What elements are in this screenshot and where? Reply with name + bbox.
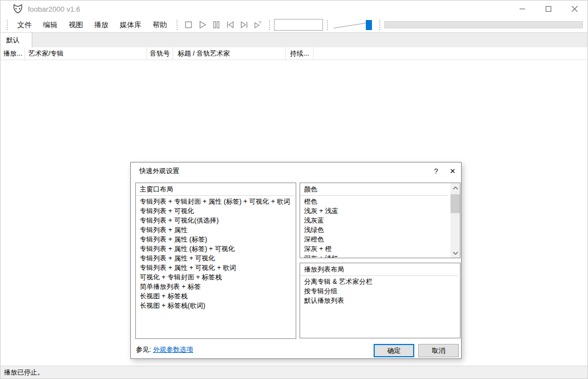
scrollbar-thumb[interactable] xyxy=(450,194,460,213)
color-list-item[interactable]: 浅灰蓝 xyxy=(304,216,449,225)
search-input[interactable] xyxy=(274,19,323,31)
dialog-title: 快速外观设置 xyxy=(139,166,179,176)
main-layout-items: 专辑列表 + 专辑封面 + 属性 (标签) + 可视化 + 歌词专辑列表 + 可… xyxy=(140,197,295,311)
dialog-help-button[interactable]: ? xyxy=(428,163,444,180)
foobar2000-logo-icon xyxy=(13,4,23,14)
toolbar-grip[interactable] xyxy=(269,20,270,30)
app-window: foobar2000 v1.6 文件 xyxy=(0,0,588,379)
colors-scrollbar[interactable] xyxy=(450,183,460,258)
main-layout-listbox[interactable]: 主窗口布局 专辑列表 + 专辑封面 + 属性 (标签) + 可视化 + 歌词专辑… xyxy=(135,183,296,339)
column-track-number[interactable]: 音轨号 xyxy=(147,47,173,60)
menu-view[interactable]: 视图 xyxy=(63,17,89,33)
menu-file[interactable]: 文件 xyxy=(12,17,37,33)
color-list-item[interactable]: 浅灰 + 浅蓝 xyxy=(304,206,449,216)
transport-buttons: ? xyxy=(182,18,265,32)
play-button[interactable] xyxy=(195,18,209,32)
color-list-item[interactable]: 浅绿色 xyxy=(304,225,449,235)
volume-slider[interactable] xyxy=(332,18,375,32)
previous-button[interactable] xyxy=(223,18,237,32)
maximize-button[interactable] xyxy=(535,1,561,17)
playlist-layout-item[interactable]: 按专辑分组 xyxy=(304,287,459,296)
dialog-close-button[interactable]: ✕ xyxy=(444,163,461,180)
pause-button[interactable] xyxy=(209,18,223,32)
pause-icon xyxy=(211,19,222,30)
volume-handle xyxy=(366,20,372,30)
see-also: 参见: 外观参数选项 xyxy=(136,345,193,355)
volume-icon xyxy=(332,18,375,32)
color-list-item[interactable]: 深灰 + 橙 xyxy=(304,244,449,254)
window-title: foobar2000 v1.6 xyxy=(28,5,80,13)
color-list-item[interactable]: 深灰 + 淡红 xyxy=(304,254,449,258)
chevron-up-icon xyxy=(453,186,458,190)
toolbar-grip[interactable] xyxy=(379,20,380,30)
layout-list-item[interactable]: 专辑列表 + 可视化(供选择) xyxy=(140,216,295,225)
column-duration[interactable]: 持续... xyxy=(286,47,313,60)
playlist-layout-header: 播放列表布局 xyxy=(300,265,458,276)
color-list-item[interactable]: 橙色 xyxy=(304,197,449,206)
layout-list-item[interactable]: 简单播放列表 + 标签 xyxy=(140,282,295,292)
colors-items: 橙色浅灰 + 浅蓝浅灰蓝浅绿色深橙色深灰 + 橙深灰 + 淡红 xyxy=(304,197,449,258)
toolbar-grip[interactable] xyxy=(177,20,178,30)
status-text: 播放已停止。 xyxy=(4,368,44,377)
layout-list-item[interactable]: 专辑列表 + 属性 (标签) + 可视化 xyxy=(140,244,295,254)
appearance-preferences-link[interactable]: 外观参数选项 xyxy=(153,346,193,353)
layout-list-item[interactable]: 可视化 + 专辑封面 + 标签栈 xyxy=(140,273,295,282)
menu-edit[interactable]: 编辑 xyxy=(37,17,63,33)
svg-text:?: ? xyxy=(258,19,261,26)
dialog-title-bar[interactable]: 快速外观设置 ? ✕ xyxy=(131,163,461,180)
column-playing[interactable]: 播放... xyxy=(1,47,25,60)
column-title-artist[interactable]: 标题 / 音轨艺术家 xyxy=(173,47,286,60)
layout-list-item[interactable]: 长视图 + 标签栈(歌词) xyxy=(140,301,295,311)
playlist-layout-items: 分离专辑 & 艺术家分栏按专辑分组默认播放列表 xyxy=(304,277,459,306)
previous-icon xyxy=(225,19,236,30)
minimize-button[interactable] xyxy=(509,1,535,17)
menu-library[interactable]: 媒体库 xyxy=(114,17,147,33)
playlist-layout-item[interactable]: 分离专辑 & 艺术家分栏 xyxy=(304,277,459,287)
scroll-down-button[interactable] xyxy=(450,248,460,258)
random-button[interactable]: ? xyxy=(251,18,265,32)
close-icon xyxy=(571,6,578,12)
playlist-column-header: 播放... 艺术家/专辑 音轨号 标题 / 音轨艺术家 持续... xyxy=(1,47,587,60)
playlist-layout-listbox[interactable]: 播放列表布局 分离专辑 & 艺术家分栏按专辑分组默认播放列表 xyxy=(300,263,460,338)
toolbar-grip[interactable] xyxy=(327,20,328,30)
next-button[interactable] xyxy=(237,18,251,32)
layout-list-item[interactable]: 专辑列表 + 属性 + 可视化 xyxy=(140,254,295,263)
layout-list-item[interactable]: 专辑列表 + 专辑封面 + 属性 (标签) + 可视化 + 歌词 xyxy=(140,197,295,206)
color-list-item[interactable]: 深橙色 xyxy=(304,235,449,244)
seekbar[interactable] xyxy=(384,21,583,28)
column-filler xyxy=(313,47,587,60)
layout-list-item[interactable]: 专辑列表 + 属性 (标签) xyxy=(140,235,295,244)
maximize-icon xyxy=(545,6,552,12)
close-button[interactable] xyxy=(561,1,587,17)
stop-button[interactable] xyxy=(182,18,195,32)
minimize-icon xyxy=(519,6,526,12)
playlist-tab-row: 默认 xyxy=(1,33,587,47)
playlist-layout-item[interactable]: 默认播放列表 xyxy=(304,296,459,306)
layout-list-item[interactable]: 长视图 + 标签栈 xyxy=(140,292,295,301)
colors-header: 颜色 xyxy=(300,185,448,196)
window-controls xyxy=(509,1,587,17)
toolbar-grip[interactable] xyxy=(7,20,8,30)
layout-list-item[interactable]: 专辑列表 + 属性 xyxy=(140,225,295,235)
ok-button[interactable]: 确定 xyxy=(374,344,414,357)
status-bar: 播放已停止。 xyxy=(1,366,587,378)
main-layout-header: 主窗口布局 xyxy=(136,185,294,196)
colors-listbox[interactable]: 颜色 橙色浅灰 + 浅蓝浅灰蓝浅绿色深橙色深灰 + 橙深灰 + 淡红 xyxy=(300,183,460,258)
playlist-tab-default[interactable]: 默认 xyxy=(1,33,32,47)
scrollbar-track[interactable] xyxy=(450,193,460,248)
title-bar[interactable]: foobar2000 v1.6 xyxy=(1,1,587,17)
layout-list-item[interactable]: 专辑列表 + 属性 + 可视化 + 歌词 xyxy=(140,263,295,273)
column-artist-album[interactable]: 艺术家/专辑 xyxy=(25,47,147,60)
random-icon: ? xyxy=(253,19,263,30)
layout-list-item[interactable]: 专辑列表 + 可视化 xyxy=(140,206,295,216)
chevron-down-icon xyxy=(453,252,458,255)
stop-icon xyxy=(183,19,194,30)
playlist-content[interactable]: 快速外观设置 ? ✕ 主窗口布局 专辑列表 + 专辑封面 + 属性 (标签) +… xyxy=(1,60,587,366)
scroll-up-button[interactable] xyxy=(450,183,460,193)
menu-help[interactable]: 帮助 xyxy=(147,17,173,33)
toolbar: 文件 编辑 视图 播放 媒体库 帮助 xyxy=(1,17,587,33)
menu-playback[interactable]: 播放 xyxy=(89,17,114,33)
quick-appearance-dialog: 快速外观设置 ? ✕ 主窗口布局 专辑列表 + 专辑封面 + 属性 (标签) +… xyxy=(130,162,462,359)
play-icon xyxy=(197,19,208,30)
cancel-button[interactable]: 取消 xyxy=(418,344,459,357)
